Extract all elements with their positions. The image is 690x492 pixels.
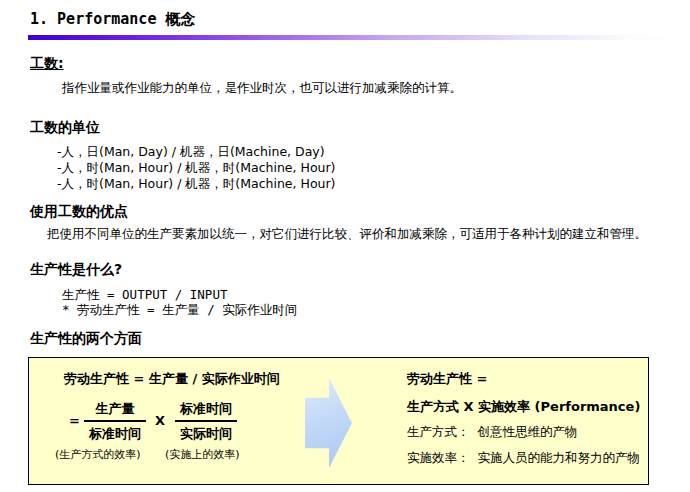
body-gongshu: 指作业量或作业能力的单位，是作业时次，也可以进行加减乘除的计算。 <box>62 80 462 97</box>
multiply-sign: X <box>155 413 165 428</box>
accent-divider <box>28 35 686 40</box>
production-method-label: 生产方式： <box>407 424 470 439</box>
heading-gongshu-merit: 使用工数的优点 <box>30 203 128 221</box>
fraction-production-method: 生产量 标准时间 <box>84 400 146 443</box>
label-implementation-efficiency: (实施上的效率) <box>165 447 240 462</box>
heading-gongshu: 工数: <box>30 55 64 73</box>
implementation-efficiency-value: 实施人员的能力和努力的产物 <box>478 450 641 465</box>
fraction-numerator: 标准时间 <box>175 400 237 422</box>
unit-list-item: -人，时(Man, Hour) / 机器，时(Machine, Hour) <box>57 160 335 176</box>
production-method-row: 生产方式：创意性思维的产物 <box>407 424 578 441</box>
labor-productivity-formula-line: * 劳动生产性 = 生产量 / 实际作业时间 <box>62 302 297 317</box>
page-title: 1. Performance 概念 <box>30 10 195 29</box>
label-method-efficiency: (生产方式的效率) <box>55 447 141 462</box>
gongshu-unit-list: -人，日(Man, Day) / 机器，日(Machine, Day) -人，时… <box>57 144 335 192</box>
fraction-denominator: 标准时间 <box>84 422 146 443</box>
box-right-title: 劳动生产性 = <box>407 370 487 388</box>
implementation-efficiency-row: 实施效率：实施人员的能力和努力的产物 <box>407 450 640 467</box>
fraction-implementation-efficiency: 标准时间 实际时间 <box>175 400 237 443</box>
box-left-formula-title: 劳动生产性 = 生产量 / 实际作业时间 <box>64 370 280 388</box>
fraction-denominator: 实际时间 <box>175 422 237 443</box>
right-arrow-icon <box>305 378 352 468</box>
equals-sign: = <box>69 413 80 428</box>
unit-list-item: -人，日(Man, Day) / 机器，日(Machine, Day) <box>57 144 335 160</box>
unit-list-item: -人，时(Man, Hour) / 机器，时(Machine, Hour) <box>57 176 335 192</box>
productivity-box: 劳动生产性 = 生产量 / 实际作业时间 = 生产量 标准时间 X 标准时间 实… <box>28 357 649 485</box>
body-gongshu-merit: 把使用不同单位的生产要素加以统一，对它们进行比较、评价和加减乘除，可适用于各种计… <box>47 226 647 243</box>
heading-two-aspects: 生产性的两个方面 <box>30 330 142 348</box>
fraction-numerator: 生产量 <box>84 400 146 422</box>
slide-page: 1. Performance 概念 工数: 指作业量或作业能力的单位，是作业时次… <box>0 0 690 492</box>
productivity-formula-line: 生产性 = OUTPUT / INPUT <box>62 287 297 302</box>
box-right-formula: 生产方式 X 实施效率 (Performance) <box>407 398 640 416</box>
heading-what-is-productivity: 生产性是什么? <box>30 261 122 279</box>
heading-gongshu-units: 工数的单位 <box>30 119 100 137</box>
implementation-efficiency-label: 实施效率： <box>407 450 470 465</box>
production-method-value: 创意性思维的产物 <box>478 424 578 439</box>
productivity-definition-lines: 生产性 = OUTPUT / INPUT * 劳动生产性 = 生产量 / 实际作… <box>62 287 297 317</box>
